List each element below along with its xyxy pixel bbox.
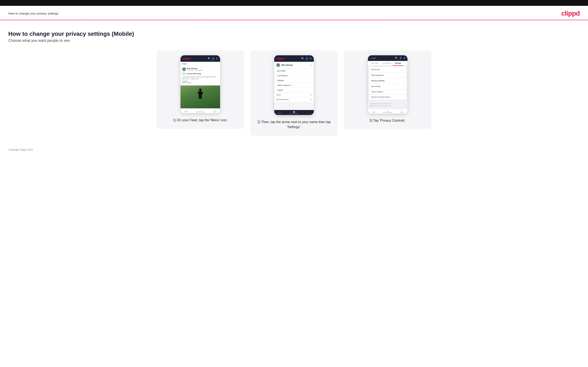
step1-nav-icons: 🔍 👤 ⚙ <box>208 57 218 60</box>
settings-help-support: Help & Support ↗ <box>369 89 406 94</box>
performance-icon: 📈 <box>200 109 201 111</box>
step2-nav: clippd 🔍 👤 ⚙ <box>274 55 314 62</box>
footer: Copyright Clippd 2022 <box>0 144 588 155</box>
golf-image <box>181 85 220 108</box>
search-icon-2: 🔍 <box>301 57 304 60</box>
menu-section-home: Home ∨ <box>274 92 314 97</box>
my-account-chevron: › <box>404 68 404 71</box>
menu-avatar <box>276 63 280 67</box>
tab-connections: Connections <box>380 61 393 66</box>
step2-bottom-close: ✕ Menu <box>307 111 310 114</box>
feed-tab: Feed <box>181 62 220 66</box>
step2-performance-icon: 📈 <box>293 111 295 113</box>
avatar <box>182 67 186 71</box>
settings-my-account: My Account › <box>369 67 406 72</box>
privacy-controls-label: Privacy Controls <box>371 80 385 82</box>
menu-help-support: Help & Support ↗ <box>274 83 314 88</box>
logo: clippd <box>561 9 580 17</box>
help-support-label: Help & Support ↗ <box>371 91 384 93</box>
menu-user-left: Blair McHarg <box>276 63 293 67</box>
lesson-title: Lesson with Fordy <box>186 73 201 75</box>
settings-icon: ⚙ <box>216 57 218 60</box>
step3-performance-icon: 📈 <box>387 110 389 111</box>
header: How to change your privacy settings clip… <box>0 6 588 20</box>
bottom-performance: 📈 My Performance <box>196 109 205 112</box>
back-button: < Back <box>370 57 376 59</box>
back-chevron-icon: < <box>370 57 371 59</box>
step1-logo: clippd <box>183 57 190 60</box>
step3-home-icon: ⌂ <box>373 110 374 111</box>
menu-icon: ☰ <box>214 109 215 111</box>
settings-data-integrations: Data Integrations › <box>369 73 406 78</box>
menu-user-row: Blair McHarg ∧ <box>274 62 314 69</box>
post-user-name: Blair McHarg <box>187 67 203 69</box>
settings-icon-2: ⚙ <box>310 57 312 60</box>
my-account-label: My Account <box>371 69 380 70</box>
menu-settings: Settings <box>274 78 314 83</box>
my-golf-bag-chevron: › <box>404 85 404 88</box>
header-divider <box>0 20 588 20</box>
bottom-menu: ☰ Menu <box>213 109 216 112</box>
page-subheading: Choose what you want people to see <box>8 38 580 43</box>
step2-home-icon: ⌂ <box>279 111 280 112</box>
settings-icon-3: ⚙ <box>403 57 405 59</box>
step3-bottom-menu: ☰ Menu <box>400 110 404 113</box>
step2-logo: clippd <box>276 57 284 60</box>
data-integrations-label: Data Integrations <box>371 74 384 76</box>
steps-container: clippd 🔍 👤 ⚙ Feed Blair McHarg <box>8 50 580 136</box>
settings-privacy-policy: Service & Privacy Policy ↗ <box>369 95 406 99</box>
step3-nav-icons: 🔍 👤 ⚙ <box>395 57 405 59</box>
copyright-text: Copyright Clippd 2022 <box>8 148 33 151</box>
user-icon-2: 👤 <box>305 57 308 60</box>
step1-nav: clippd 🔍 👤 ⚙ <box>181 55 220 62</box>
settings-privacy-controls: Privacy Controls › <box>369 78 406 83</box>
privacy-policy-label: Service & Privacy Policy ↗ <box>371 96 391 98</box>
svg-rect-5 <box>200 95 202 99</box>
header-title: How to change your privacy settings <box>8 12 59 15</box>
user-icon-3: 👤 <box>399 57 402 59</box>
version-text: Clippd Client Version: 2022.8.3-3GQL Ser… <box>368 101 407 109</box>
bottom-home: ⌂ Home <box>184 109 188 112</box>
tab-settings: Settings <box>393 61 403 66</box>
section-home-chevron: ∨ <box>310 94 312 96</box>
step2-bottom-bar: ⌂ Home 📈 My Performance ✕ Menu <box>274 110 314 115</box>
page-heading: How to change your privacy settings (Mob… <box>8 31 580 37</box>
menu-section-performance: My Performance ∨ <box>274 97 314 102</box>
post-user-sub: Yesterday · Sunningdale <box>187 69 203 71</box>
step3-bottom-home: ⌂ Home <box>372 110 375 113</box>
privacy-controls-chevron: › <box>404 80 404 82</box>
step-3-phone: < Back 🔍 👤 ⚙ My Profile Connections Sett… <box>368 55 407 114</box>
menu-items: My Profile Connections Settings Help & S… <box>274 69 314 92</box>
search-icon: 🔍 <box>208 57 210 60</box>
step2-nav-icons: 🔍 👤 ⚙ <box>301 57 312 60</box>
step-2-phone: clippd 🔍 👤 ⚙ Blair McHarg ∧ <box>274 55 314 115</box>
settings-tabs: My Profile Connections Settings <box>368 61 407 66</box>
step-2-description: 2) Then, tap the arrow next to your name… <box>255 120 333 130</box>
menu-connections: Connections <box>274 73 314 78</box>
search-icon-3: 🔍 <box>395 57 398 59</box>
settings-content: My Account › Data Integrations › Privacy… <box>368 66 407 109</box>
step3-bottom-bar: ⌂ Home 📈 My Performance ☰ Menu <box>368 109 407 114</box>
step-1-phone: clippd 🔍 👤 ⚙ Feed Blair McHarg <box>181 55 220 113</box>
menu-user-name: Blair McHarg <box>281 64 293 66</box>
step-3-card: < Back 🔍 👤 ⚙ My Profile Connections Sett… <box>344 50 432 129</box>
user-icon: 👤 <box>212 57 215 60</box>
step3-bottom-performance: 📈 My Performance <box>383 110 392 113</box>
step-1-card: clippd 🔍 👤 ⚙ Feed Blair McHarg <box>156 50 244 129</box>
tab-my-profile: My Profile <box>370 61 380 66</box>
svg-point-0 <box>199 89 202 91</box>
top-bar <box>0 0 588 6</box>
step3-menu-icon: ☰ <box>401 110 402 111</box>
lesson-icon <box>182 72 186 75</box>
settings-list: My Account › Data Integrations › Privacy… <box>368 66 407 101</box>
section-performance-chevron: ∨ <box>310 98 312 101</box>
step-1-description: 1) On your Feed, tap the 'Menu' icon. <box>173 118 228 123</box>
menu-user-chevron: ∧ <box>310 64 312 66</box>
lesson-duration: Duration01 hr : 30 min <box>182 81 218 83</box>
section-home-label: Home <box>276 94 281 96</box>
phone-post: Blair McHarg Yesterday · Sunningdale Les… <box>181 66 220 85</box>
lesson-row: Lesson with Fordy <box>182 72 218 75</box>
step-2-card: clippd 🔍 👤 ⚙ Blair McHarg ∧ <box>250 50 338 136</box>
golf-silhouette <box>194 88 207 106</box>
my-golf-bag-label: My Golf Bag <box>371 85 380 87</box>
